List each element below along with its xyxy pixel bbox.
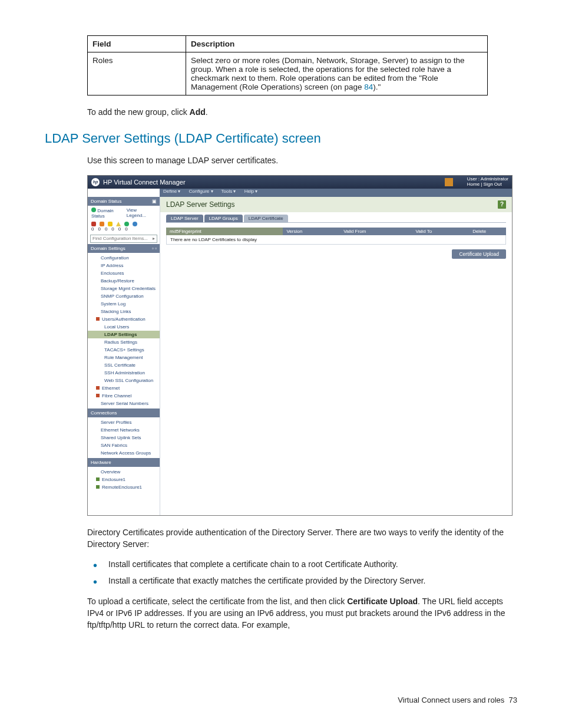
sidebar-hdr-connections: Connections: [88, 409, 160, 417]
para-add-group: To add the new group, click Add.: [87, 106, 517, 118]
para-directory-certs: Directory Certificates provide authentic…: [87, 526, 517, 551]
sidebar-item-eth-networks[interactable]: Ethernet Networks: [88, 426, 160, 434]
col-delete[interactable]: Delete: [469, 228, 506, 235]
sidebar-search[interactable]: Find Configuration Items...▸: [90, 235, 157, 243]
sidebar-item-ssl-cert[interactable]: SSL Certificate: [88, 361, 160, 369]
vcm-application: hp HP Virtual Connect Manager User : Adm…: [87, 175, 513, 516]
sidebar-item-configuration[interactable]: Configuration: [88, 254, 160, 262]
th-description: Description: [186, 36, 488, 52]
sidebar-hdr-hardware: Hardware: [88, 458, 160, 467]
status-info-icon: [133, 222, 137, 226]
status-ok-icon: [91, 207, 96, 212]
sidebar-status-counts: 000000: [88, 226, 160, 233]
page-footer: Virtual Connect users and roles 73: [398, 696, 517, 704]
sidebar-item-ldap-settings[interactable]: LDAP Settings: [88, 331, 160, 338]
cert-grid: md5Fingerprint Version Valid From Valid …: [166, 228, 506, 245]
cert-grid-empty-row: There are no LDAP Certificates to displa…: [166, 235, 506, 245]
sidebar-item-local-users[interactable]: Local Users: [88, 323, 160, 331]
menu-tools[interactable]: Tools ▾: [222, 189, 236, 194]
sidebar-item-shared-uplink[interactable]: Shared Uplink Sets: [88, 434, 160, 442]
field-description-table: Field Description Roles Select zero or m…: [87, 35, 488, 95]
sidebar-item-radius[interactable]: Radius Settings: [88, 338, 160, 346]
col-valid-from[interactable]: Valid From: [340, 228, 412, 235]
vcm-user-info: User : Administrator Home | Sign Out: [467, 177, 508, 187]
sidebar-item-server-profiles[interactable]: Server Profiles: [88, 419, 160, 426]
help-icon[interactable]: ?: [498, 200, 506, 209]
sidebar-item-system-log[interactable]: System Log: [88, 300, 160, 308]
sidebar-item-users-auth[interactable]: Users/Authentication: [88, 315, 160, 323]
bullet-2: Install a certificate that exactly match…: [87, 575, 517, 587]
sidebar-item-remote-enclosure1[interactable]: RemoteEnclosure1: [88, 483, 160, 491]
page-number: 73: [509, 696, 517, 704]
vcm-menu-bar: Define ▾ Configure ▾ Tools ▾ Help ▾: [160, 189, 512, 197]
para-upload-cert: To upload a certificate, select the cert…: [87, 595, 517, 631]
collapse-icon[interactable]: ▣: [152, 199, 157, 204]
sidebar-item-ssh-admin[interactable]: SSH Administration: [88, 369, 160, 377]
sidebar-hdr-domain-settings: Domain Settings▫ ▫: [88, 244, 160, 253]
sidebar-item-net-access-groups[interactable]: Network Access Groups: [88, 449, 160, 457]
home-icon[interactable]: [445, 178, 453, 186]
status-critical-icon: [91, 222, 96, 226]
sidebar-item-enclosures[interactable]: Enclosures: [88, 269, 160, 277]
sidebar-item-ethernet[interactable]: Ethernet: [88, 384, 160, 392]
tab-ldap-server[interactable]: LDAP Server: [166, 215, 203, 222]
status-major-icon: [100, 222, 104, 226]
sidebar-item-serials[interactable]: Server Serial Numbers: [88, 400, 160, 407]
sidebar-item-san-fabrics[interactable]: SAN Fabrics: [88, 442, 160, 449]
sidebar-item-enclosure1[interactable]: Enclosure1: [88, 476, 160, 483]
status-minor-icon: [108, 222, 113, 226]
search-go-icon[interactable]: ▸: [153, 236, 155, 241]
cert-grid-header: md5Fingerprint Version Valid From Valid …: [166, 228, 506, 235]
menu-configure[interactable]: Configure ▾: [189, 189, 213, 194]
sidebar-hdr-domain-status: Domain Status▣: [88, 197, 160, 206]
sidebar-item-tacacs[interactable]: TACACS+ Settings: [88, 346, 160, 354]
sidebar-domain-status-row[interactable]: Domain Status View Legend...: [88, 206, 160, 220]
bullet-1: Install certificates that complete a cer…: [87, 558, 517, 570]
sidebar-item-ip-address[interactable]: IP Address: [88, 262, 160, 269]
col-md5fingerprint[interactable]: md5Fingerprint: [166, 228, 283, 235]
menu-help[interactable]: Help ▾: [244, 189, 258, 194]
sidebar-item-fibre[interactable]: Fibre Channel: [88, 392, 160, 400]
status-ok2-icon: [124, 222, 129, 226]
td-desc-roles: Select zero or more roles (Domain, Netwo…: [186, 52, 488, 95]
td-field-roles: Roles: [88, 52, 186, 95]
vcm-titlebar: hp HP Virtual Connect Manager User : Adm…: [88, 176, 512, 189]
view-legend-link[interactable]: View Legend...: [127, 207, 156, 219]
col-valid-to[interactable]: Valid To: [412, 228, 469, 235]
vcm-main-pane: LDAP Server Settings ? LDAP Server LDAP …: [160, 197, 512, 515]
certificate-upload-button[interactable]: Certificate Upload: [452, 249, 506, 259]
sidebar-item-stacking-links[interactable]: Stacking Links: [88, 308, 160, 315]
menu-define[interactable]: Define ▾: [163, 189, 180, 194]
tab-ldap-groups[interactable]: LDAP Groups: [204, 215, 243, 222]
col-version[interactable]: Version: [283, 228, 340, 235]
para-intro: Use this screen to manage LDAP server ce…: [87, 154, 517, 166]
section-heading-ldap-cert: LDAP Server Settings (LDAP Certificate) …: [45, 131, 517, 146]
panel-controls-icon[interactable]: ▫ ▫: [152, 246, 157, 251]
page-link-84[interactable]: 84: [364, 83, 373, 91]
pane-title: LDAP Server Settings ?: [160, 197, 512, 212]
tab-ldap-certificate[interactable]: LDAP Certificate: [244, 215, 288, 222]
sidebar-item-storage-mgmt[interactable]: Storage Mgmt Credentials: [88, 285, 160, 292]
sidebar-item-snmp[interactable]: SNMP Configuration: [88, 292, 160, 300]
vcm-tabs: LDAP Server LDAP Groups LDAP Certificate: [160, 215, 512, 222]
bullet-list: Install certificates that complete a cer…: [87, 558, 517, 587]
sidebar-item-backup-restore[interactable]: Backup/Restore: [88, 277, 160, 285]
vcm-app-title: HP Virtual Connect Manager: [103, 179, 445, 186]
sidebar-item-overview[interactable]: Overview: [88, 468, 160, 476]
vcm-home-signout[interactable]: Home | Sign Out: [467, 182, 508, 187]
status-warning-icon: [116, 222, 121, 226]
hp-logo-icon: hp: [91, 178, 100, 186]
sidebar-status-icons: [88, 220, 160, 226]
sidebar-item-role-mgmt[interactable]: Role Management: [88, 354, 160, 361]
vcm-sidebar: Domain Status▣ Domain Status View Legend…: [88, 197, 160, 515]
th-field: Field: [88, 36, 186, 52]
sidebar-item-web-ssl[interactable]: Web SSL Configuration: [88, 377, 160, 384]
